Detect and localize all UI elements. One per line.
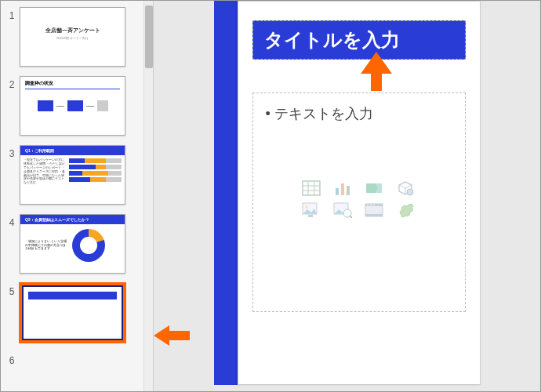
slide-thumbnail-3[interactable]: Q1：ご利用範囲 ・現在ではパッケージの方に体系化した状態 ・ただし設けでもパッ…	[20, 145, 125, 205]
online-picture-icon[interactable]	[332, 201, 354, 219]
slide-thumbnail-1[interactable]: 全店舗一斉アンケート 2016/2期 オーナー向け	[20, 7, 125, 67]
thumbnail-row: 1 全店舗一斉アンケート 2016/2期 オーナー向け	[4, 7, 150, 67]
svg-rect-20	[373, 205, 375, 205]
svg-rect-0	[303, 181, 320, 195]
slide-thumbnail-panel[interactable]: 1 全店舗一斉アンケート 2016/2期 オーナー向け 2 調査枠の状況 3 Q…	[1, 1, 154, 391]
slide-thumbnail-5-selected[interactable]	[20, 283, 125, 343]
thumb2-heading: 調査枠の状況	[20, 77, 125, 93]
table-icon[interactable]	[300, 180, 322, 197]
svg-point-8	[407, 189, 413, 195]
object3d-icon[interactable]	[394, 180, 416, 197]
thumb-number: 1	[4, 7, 20, 21]
presentation-app: 1 全店舗一斉アンケート 2016/2期 オーナー向け 2 調査枠の状況 3 Q…	[0, 0, 541, 392]
video-icon[interactable]	[363, 201, 385, 219]
thumb4-text: ・状況によりまい という立場の中体験にて口座の方言づきを検証もできます	[25, 240, 67, 252]
svg-rect-18	[367, 205, 369, 205]
current-slide[interactable]: タイトルを入力 • テキストを入力	[214, 1, 481, 391]
thumb1-title: 全店舗一斉アンケート	[20, 27, 125, 34]
thumb3-chart	[69, 158, 122, 185]
smartart-icon[interactable]	[363, 180, 385, 197]
slide-editor-area: タイトルを入力 • テキストを入力	[154, 1, 540, 391]
slide-thumbnail-2[interactable]: 調査枠の状況	[20, 76, 125, 136]
thumbnail-row: 2 調査枠の状況	[4, 76, 150, 136]
slide-thumbnail-4[interactable]: Q2：会員登録はスムーズでしたか？ ・状況によりまい という立場の中体験にて口座…	[20, 214, 125, 274]
thumbnail-row: 4 Q2：会員登録はスムーズでしたか？ ・状況によりまい という立場の中体験にて…	[4, 214, 150, 274]
thumb-number: 4	[4, 214, 20, 228]
picture-icon[interactable]	[300, 201, 322, 219]
thumbnail-row: 6	[4, 352, 150, 366]
svg-rect-11	[308, 215, 313, 217]
svg-rect-5	[336, 188, 339, 195]
svg-point-10	[305, 205, 308, 209]
thumb-number: 2	[4, 76, 20, 90]
thumb4-heading: Q2：会員登録はスムーズでしたか？	[20, 215, 125, 224]
thumb3-text: ・現在ではパッケージの方に体系化した状態 ・ただし設けでもパッケージのレポート …	[24, 158, 66, 185]
thumb2-diagram	[20, 100, 125, 111]
thumb1-subtitle: 2016/2期 オーナー向け	[20, 36, 125, 40]
thumb3-heading: Q1：ご利用範囲	[20, 146, 125, 155]
annotation-arrow-thumbnail	[154, 324, 190, 350]
thumbnail-row: 5	[4, 283, 150, 343]
annotation-arrow-title	[357, 52, 396, 94]
thumb-number: 3	[4, 145, 20, 159]
thumb5-title-bar	[28, 292, 117, 299]
thumb-number: 5	[4, 283, 20, 297]
thumb4-donut-chart	[72, 229, 105, 262]
svg-line-14	[350, 216, 352, 218]
scrollbar-thumb[interactable]	[145, 5, 153, 68]
svg-rect-7	[347, 186, 350, 195]
svg-rect-19	[370, 205, 372, 205]
thumb-number: 6	[4, 352, 20, 366]
thumbnail-scrollbar[interactable]	[143, 1, 153, 391]
svg-rect-6	[341, 183, 344, 195]
slide-left-accent	[214, 1, 238, 385]
svg-rect-17	[365, 214, 383, 216]
chart-icon[interactable]	[332, 180, 354, 197]
online-icon[interactable]	[394, 201, 416, 219]
content-placeholder[interactable]: • テキストを入力	[252, 93, 466, 312]
content-placeholder-text: • テキストを入力	[266, 104, 452, 123]
thumbnail-row: 3 Q1：ご利用範囲 ・現在ではパッケージの方に体系化した状態 ・ただし設けでも…	[4, 145, 150, 205]
content-insert-icons	[300, 180, 418, 219]
